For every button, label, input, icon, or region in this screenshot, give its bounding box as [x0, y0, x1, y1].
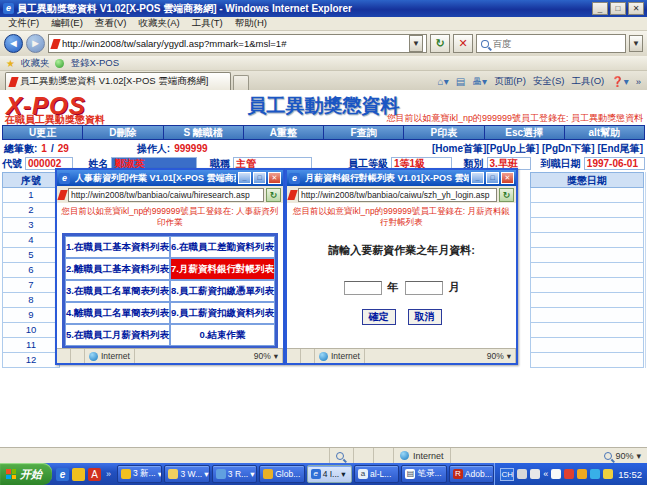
- address-field[interactable]: http://win2008/tw/salary/ygydl.asp?mmark…: [48, 34, 427, 53]
- grid-row[interactable]: [530, 233, 644, 248]
- ime-indicator[interactable]: CH: [500, 468, 514, 481]
- grid-row[interactable]: [530, 278, 644, 293]
- dialog1-address-field[interactable]: http://win2008/tw/banbiao/caiwu/hiresear…: [68, 188, 264, 202]
- alert-tray-icon[interactable]: [564, 469, 574, 479]
- zoom-dropdown-icon[interactable]: ▾: [274, 351, 278, 361]
- menu-item-6[interactable]: 6.在職員工差勤資料列表: [170, 236, 275, 258]
- grid-row[interactable]: 4: [2, 233, 60, 248]
- grid-row[interactable]: [530, 323, 644, 338]
- grid-row[interactable]: [530, 218, 644, 233]
- dialog2-address-field[interactable]: http://win2008/tw/banbiao/caiwu/szh_yh_l…: [298, 188, 497, 202]
- dialog1-zoom[interactable]: 90% ▾: [250, 349, 283, 363]
- status-tray-icon[interactable]: [603, 469, 613, 479]
- dialog1-go-icon[interactable]: ↻: [266, 188, 281, 202]
- cancel-button[interactable]: 取消: [408, 309, 442, 325]
- menu-item-5[interactable]: 5.在職員工月薪資料列表: [65, 324, 170, 346]
- dialog2-url[interactable]: http://win2008/tw/banbiao/caiwu/szh_yh_l…: [301, 190, 490, 200]
- dialog2-zoom[interactable]: 90% ▾: [483, 349, 516, 363]
- favorite-link-xpos[interactable]: 登錄X-POS: [70, 57, 119, 70]
- grid-row[interactable]: 9: [2, 308, 60, 323]
- grid-row[interactable]: [530, 338, 644, 353]
- grid-row[interactable]: 2: [2, 203, 60, 218]
- back-button[interactable]: ◄: [4, 34, 23, 53]
- start-button[interactable]: 开始: [0, 463, 52, 485]
- dialog1-zoom-level[interactable]: 90%: [254, 351, 271, 361]
- search-options-icon[interactable]: ▼: [629, 35, 643, 52]
- forward-button[interactable]: ►: [26, 34, 45, 53]
- dialog1-url[interactable]: http://win2008/tw/banbiao/caiwu/hiresear…: [71, 190, 250, 200]
- window-titlebar[interactable]: e 員工異動獎懲資料 V1.02[X-POS 雲端商務網] - Windows …: [0, 0, 647, 17]
- grid-row[interactable]: [530, 293, 644, 308]
- quicklaunch-overflow-icon[interactable]: »: [104, 469, 113, 479]
- help-tray-icon[interactable]: [530, 469, 540, 479]
- star-tray-icon[interactable]: [577, 469, 587, 479]
- safety-menu-button[interactable]: 安全(S): [533, 75, 565, 88]
- grid-row[interactable]: [530, 353, 644, 368]
- menu-item-9[interactable]: 9.員工薪資扣繳資料列表: [170, 302, 275, 324]
- dialog2-go-icon[interactable]: ↻: [499, 188, 514, 202]
- menu-item-1[interactable]: 1.在職員工基本資料列表: [65, 236, 170, 258]
- stop-button[interactable]: ✕: [453, 34, 473, 53]
- shield-tray-icon[interactable]: [590, 469, 600, 479]
- grid-row[interactable]: [530, 248, 644, 263]
- task-button-glob[interactable]: Glob...: [259, 465, 304, 483]
- print-button[interactable]: P印表: [404, 126, 484, 139]
- tools-menu-button[interactable]: 工具(O): [571, 75, 604, 88]
- grid-row[interactable]: 8: [2, 293, 60, 308]
- dialog1-minimize-button[interactable]: _: [238, 172, 251, 184]
- month-input[interactable]: [405, 281, 443, 295]
- confirm-button[interactable]: 確定: [362, 309, 396, 325]
- task-button-qq-group[interactable]: 3 新...▾: [117, 465, 162, 483]
- task-button-adobe[interactable]: RAdob...: [449, 465, 494, 483]
- command-overflow-icon[interactable]: »: [636, 76, 641, 87]
- dialog1-maximize-button[interactable]: □: [253, 172, 266, 184]
- zoom-level[interactable]: 90%: [615, 451, 633, 461]
- menu-file[interactable]: 文件(F): [8, 17, 39, 30]
- task-button-al-l[interactable]: aal-L...: [354, 465, 399, 483]
- delete-button[interactable]: D刪除: [83, 126, 163, 139]
- grid-row[interactable]: [530, 188, 644, 203]
- document-tray-icon[interactable]: [551, 469, 561, 479]
- year-input[interactable]: [344, 281, 382, 295]
- tab-active[interactable]: 員工異動獎懲資料 V1.02[X-POS 雲端商務網]: [5, 72, 231, 90]
- search-box[interactable]: [476, 34, 626, 53]
- menu-favorites[interactable]: 收藏夹(A): [138, 17, 179, 30]
- grid-row[interactable]: 6: [2, 263, 60, 278]
- query-button[interactable]: F查詢: [324, 126, 404, 139]
- feeds-icon[interactable]: ▤: [456, 76, 465, 87]
- task-button-folders[interactable]: 3 W...▾: [164, 465, 209, 483]
- menu-item-7-selected[interactable]: 7.月薪資料銀行對帳列表: [170, 258, 275, 280]
- menu-item-0-exit[interactable]: 0.結束作業: [170, 324, 275, 346]
- update-button[interactable]: U更正: [3, 126, 83, 139]
- menu-item-8[interactable]: 8.員工薪資扣繳憑單列表: [170, 280, 275, 302]
- task-button-ie-active[interactable]: e4 I...▾: [307, 465, 352, 483]
- new-tab-button[interactable]: [233, 75, 249, 90]
- dialog2-minimize-button[interactable]: _: [471, 172, 484, 184]
- grid-row[interactable]: 3: [2, 218, 60, 233]
- favorites-button[interactable]: 收藏夹: [21, 57, 50, 70]
- menu-tools[interactable]: 工具(T): [192, 17, 223, 30]
- dialog2-maximize-button[interactable]: □: [486, 172, 499, 184]
- home-icon[interactable]: ⌂▾: [438, 76, 449, 87]
- menu-item-2[interactable]: 2.離職員工基本資料列表: [65, 258, 170, 280]
- help-icon[interactable]: ❓▾: [611, 76, 629, 87]
- minimize-button[interactable]: _: [592, 2, 608, 15]
- task-button-r-group[interactable]: 3 R...▾: [212, 465, 257, 483]
- dialog2-zoom-level[interactable]: 90%: [487, 351, 504, 361]
- ie-quicklaunch-icon[interactable]: e: [56, 468, 69, 481]
- printer-tray-icon[interactable]: [517, 469, 527, 479]
- esc-select-button[interactable]: Esc選擇: [485, 126, 565, 139]
- zoom-dropdown-icon[interactable]: ▾: [507, 351, 511, 361]
- zoom-dropdown-icon[interactable]: ▾: [636, 451, 641, 461]
- grid-row[interactable]: 7: [2, 278, 60, 293]
- resign-file-button[interactable]: S 離職檔: [164, 126, 244, 139]
- grid-row[interactable]: [530, 263, 644, 278]
- dialog1-close-button[interactable]: ✕: [268, 172, 281, 184]
- grid-row[interactable]: 5: [2, 248, 60, 263]
- menu-item-3[interactable]: 3.在職員工名單簡表列表: [65, 280, 170, 302]
- menu-edit[interactable]: 編輯(E): [51, 17, 83, 30]
- dialog1-titlebar[interactable]: e 人事薪資列印作業 V1.01[X-POS 雲端商務網] _ □ ✕: [57, 170, 283, 186]
- close-button[interactable]: ✕: [628, 2, 644, 15]
- grid-row[interactable]: [530, 308, 644, 323]
- grid-row[interactable]: 11: [2, 338, 60, 353]
